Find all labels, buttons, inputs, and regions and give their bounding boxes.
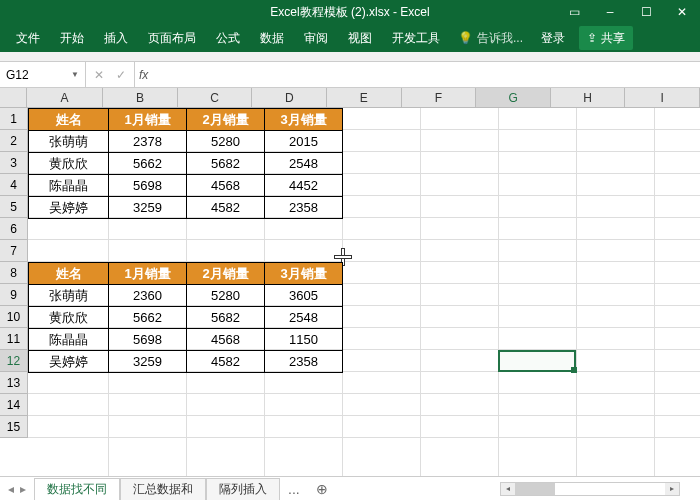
table-cell[interactable]: 黄欣欣: [29, 307, 109, 329]
column-header[interactable]: D: [252, 88, 327, 108]
tab-formulas[interactable]: 公式: [206, 24, 250, 52]
table-cell[interactable]: 5698: [109, 329, 187, 351]
column-header[interactable]: E: [327, 88, 402, 108]
row-header[interactable]: 10: [0, 306, 28, 328]
row-header[interactable]: 2: [0, 130, 28, 152]
table-cell[interactable]: 5280: [187, 131, 265, 153]
select-all-corner[interactable]: [0, 88, 27, 108]
table-cell[interactable]: 4568: [187, 175, 265, 197]
tab-pagelayout[interactable]: 页面布局: [138, 24, 206, 52]
tab-review[interactable]: 审阅: [294, 24, 338, 52]
signin-button[interactable]: 登录: [531, 24, 575, 52]
horizontal-scrollbar[interactable]: ◂ ▸: [500, 482, 680, 496]
formula-input[interactable]: [152, 62, 700, 87]
table-cell[interactable]: 3259: [109, 351, 187, 373]
table-header-cell[interactable]: 2月销量: [187, 109, 265, 131]
sheet-tab[interactable]: 汇总数据和: [120, 478, 206, 501]
table-header-cell[interactable]: 3月销量: [265, 263, 343, 285]
new-sheet-button[interactable]: ⊕: [308, 481, 336, 497]
table-cell[interactable]: 5662: [109, 153, 187, 175]
table-cell[interactable]: 陈晶晶: [29, 329, 109, 351]
table-header-cell[interactable]: 姓名: [29, 109, 109, 131]
table-cell[interactable]: 5698: [109, 175, 187, 197]
table-cell[interactable]: 5280: [187, 285, 265, 307]
table-cell[interactable]: 张萌萌: [29, 285, 109, 307]
maximize-button[interactable]: ☐: [628, 0, 664, 24]
column-header[interactable]: B: [103, 88, 178, 108]
row-header[interactable]: 15: [0, 416, 28, 438]
tab-scroll-controls[interactable]: ◂ ▸: [0, 482, 34, 496]
tab-data[interactable]: 数据: [250, 24, 294, 52]
data-table: 姓名1月销量2月销量3月销量张萌萌236052803605黄欣欣56625682…: [28, 262, 343, 373]
tab-home[interactable]: 开始: [50, 24, 94, 52]
table-cell[interactable]: 陈晶晶: [29, 175, 109, 197]
tab-view[interactable]: 视图: [338, 24, 382, 52]
enter-formula-icon[interactable]: ✓: [112, 68, 130, 82]
column-header[interactable]: I: [625, 88, 700, 108]
table-header-cell[interactable]: 1月销量: [109, 263, 187, 285]
row-header[interactable]: 14: [0, 394, 28, 416]
table-cell[interactable]: 2548: [265, 153, 343, 175]
tab-next-icon[interactable]: ▸: [18, 482, 28, 496]
tab-insert[interactable]: 插入: [94, 24, 138, 52]
table-cell[interactable]: 4452: [265, 175, 343, 197]
row-header[interactable]: 8: [0, 262, 28, 284]
scroll-left-icon[interactable]: ◂: [501, 483, 515, 495]
column-header[interactable]: G: [476, 88, 551, 108]
tell-me-search[interactable]: 💡 告诉我...: [450, 30, 531, 47]
sheet-more-button[interactable]: ...: [280, 481, 308, 497]
row-header[interactable]: 4: [0, 174, 28, 196]
table-cell[interactable]: 5662: [109, 307, 187, 329]
name-box[interactable]: G12 ▼: [0, 62, 86, 87]
minimize-button[interactable]: –: [592, 0, 628, 24]
row-header[interactable]: 12: [0, 350, 28, 372]
share-button[interactable]: ⇪ 共享: [579, 26, 633, 50]
row-header[interactable]: 11: [0, 328, 28, 350]
fx-icon[interactable]: fx: [135, 62, 152, 87]
table-cell[interactable]: 1150: [265, 329, 343, 351]
row-header[interactable]: 5: [0, 196, 28, 218]
cancel-formula-icon[interactable]: ✕: [90, 68, 108, 82]
table-header-cell[interactable]: 姓名: [29, 263, 109, 285]
ribbon-options-icon[interactable]: ▭: [556, 0, 592, 24]
table-cell[interactable]: 3605: [265, 285, 343, 307]
column-header[interactable]: C: [178, 88, 253, 108]
row-header[interactable]: 1: [0, 108, 28, 130]
table-header-cell[interactable]: 1月销量: [109, 109, 187, 131]
table-cell[interactable]: 吴婷婷: [29, 197, 109, 219]
table-cell[interactable]: 2360: [109, 285, 187, 307]
table-cell[interactable]: 2378: [109, 131, 187, 153]
table-cell[interactable]: 黄欣欣: [29, 153, 109, 175]
row-header[interactable]: 6: [0, 218, 28, 240]
table-cell[interactable]: 2015: [265, 131, 343, 153]
table-cell[interactable]: 5682: [187, 153, 265, 175]
table-cell[interactable]: 张萌萌: [29, 131, 109, 153]
table-cell[interactable]: 3259: [109, 197, 187, 219]
table-cell[interactable]: 2548: [265, 307, 343, 329]
row-header[interactable]: 9: [0, 284, 28, 306]
table-cell[interactable]: 5682: [187, 307, 265, 329]
table-cell[interactable]: 2358: [265, 351, 343, 373]
tab-file[interactable]: 文件: [6, 24, 50, 52]
row-header[interactable]: 13: [0, 372, 28, 394]
table-cell[interactable]: 2358: [265, 197, 343, 219]
table-cell[interactable]: 吴婷婷: [29, 351, 109, 373]
row-header[interactable]: 3: [0, 152, 28, 174]
table-cell[interactable]: 4568: [187, 329, 265, 351]
table-cell[interactable]: 4582: [187, 351, 265, 373]
table-header-cell[interactable]: 2月销量: [187, 263, 265, 285]
scroll-right-icon[interactable]: ▸: [665, 483, 679, 495]
spreadsheet-grid[interactable]: ABCDEFGHI 123456789101112131415 姓名1月销量2月…: [0, 88, 700, 476]
sheet-tab[interactable]: 隔列插入: [206, 478, 280, 501]
column-header[interactable]: H: [551, 88, 626, 108]
row-header[interactable]: 7: [0, 240, 28, 262]
column-header[interactable]: A: [27, 88, 104, 108]
tab-prev-icon[interactable]: ◂: [6, 482, 16, 496]
column-header[interactable]: F: [402, 88, 477, 108]
scroll-thumb[interactable]: [515, 483, 555, 495]
sheet-tab[interactable]: 数据找不同: [34, 478, 120, 501]
close-button[interactable]: ✕: [664, 0, 700, 24]
table-cell[interactable]: 4582: [187, 197, 265, 219]
table-header-cell[interactable]: 3月销量: [265, 109, 343, 131]
tab-developer[interactable]: 开发工具: [382, 24, 450, 52]
